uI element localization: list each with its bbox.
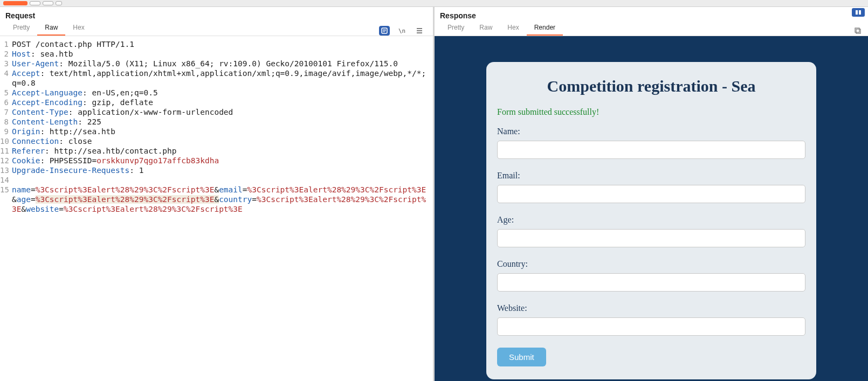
code-token: sea.htb xyxy=(40,50,73,58)
line-code[interactable]: Accept-Language: en-US,en;q=0.5 xyxy=(12,88,163,98)
line-code[interactable]: Content-Type: application/x-www-form-url… xyxy=(12,107,238,117)
code-token: Cookie xyxy=(12,156,40,165)
line-number: 7 xyxy=(0,107,12,117)
form-success-message: Form submitted successfully! xyxy=(497,107,805,117)
editor-line: 12Cookie: PHPSESSID=orskkunvp7qgo17affcb… xyxy=(0,156,433,165)
input-email[interactable] xyxy=(497,185,805,203)
code-token: : xyxy=(45,147,54,155)
line-number: 6 xyxy=(0,98,12,107)
split-container: Request Pretty Raw Hex \n 1POST /contact… xyxy=(0,7,868,381)
line-number: 5 xyxy=(0,88,12,98)
editor-line: 15name=%3Cscript%3Ealert%28%29%3C%2Fscri… xyxy=(0,185,433,214)
line-number: 12 xyxy=(0,156,12,165)
code-token: close xyxy=(68,137,92,146)
line-number: 4 xyxy=(0,68,12,88)
input-age[interactable] xyxy=(497,229,805,247)
line-code[interactable]: Upgrade-Insecure-Requests: 1 xyxy=(12,165,149,175)
code-token: Connection xyxy=(12,137,59,146)
editor-line: 13Upgrade-Insecure-Requests: 1 xyxy=(0,165,433,175)
code-token: %3Cscript%3Ealert%28%29%3C%2Fscript%3E xyxy=(36,185,215,194)
editor-line: 9Origin: http://sea.htb xyxy=(0,127,433,136)
toolbar-primary-button[interactable] xyxy=(3,1,27,5)
form-group-country: Country: xyxy=(497,259,805,292)
line-code[interactable]: Referer: http://sea.htb/contact.php xyxy=(12,146,182,156)
toolbar-button[interactable] xyxy=(56,1,62,5)
toolbar-button[interactable] xyxy=(30,1,40,5)
line-code[interactable]: User-Agent: Mozilla/5.0 (X11; Linux x86_… xyxy=(12,59,403,68)
request-editor[interactable]: 1POST /contact.php HTTP/1.12Host: sea.ht… xyxy=(0,36,433,381)
label-website: Website: xyxy=(497,303,805,313)
editor-line: 1POST /contact.php HTTP/1.1 xyxy=(0,39,433,49)
line-number: 11 xyxy=(0,146,12,156)
code-token: : xyxy=(40,156,49,165)
code-token: & xyxy=(214,185,219,194)
line-code[interactable]: Origin: http://sea.htb xyxy=(12,127,121,136)
submit-button[interactable]: Submit xyxy=(497,348,546,366)
code-token: & xyxy=(12,195,17,204)
tab-raw[interactable]: Raw xyxy=(37,22,65,36)
code-token: : xyxy=(129,166,139,175)
editor-line: 10Connection: close xyxy=(0,136,433,146)
label-country: Country: xyxy=(497,259,805,269)
tab-pretty-resp[interactable]: Pretty xyxy=(440,22,472,36)
code-token: : xyxy=(40,69,49,78)
code-token: : xyxy=(59,59,68,68)
newline-icon[interactable]: \n xyxy=(397,26,407,36)
code-token: orskkunvp7qgo17affcb83kdha xyxy=(97,156,219,165)
code-token: = xyxy=(252,195,257,204)
code-token: %3Cscript%3Ealert%28%29%3C%2Fscript%3E xyxy=(64,205,243,213)
code-token: : xyxy=(82,88,92,97)
response-render: Competition registration - Sea Form subm… xyxy=(435,36,868,381)
code-token: PHPSESSID= xyxy=(50,156,97,165)
line-code[interactable]: Accept-Encoding: gzip, deflate xyxy=(12,98,159,107)
form-group-age: Age: xyxy=(497,215,805,247)
code-token: Accept xyxy=(12,69,40,78)
editor-line: 8Content-Length: 225 xyxy=(0,117,433,127)
menu-icon[interactable] xyxy=(415,26,424,36)
response-title: Response xyxy=(435,7,868,23)
response-tabs: Pretty Raw Hex Render xyxy=(435,23,868,36)
code-token: Mozilla/5.0 (X11; Linux x86_64; rv:109.0… xyxy=(68,59,398,68)
form-group-website: Website: xyxy=(497,303,805,336)
label-age: Age: xyxy=(497,215,805,225)
editor-line: 3User-Agent: Mozilla/5.0 (X11; Linux x86… xyxy=(0,59,433,68)
line-code[interactable]: POST /contact.php HTTP/1.1 xyxy=(12,39,140,49)
code-token: age xyxy=(17,195,31,204)
code-token: & xyxy=(21,205,26,213)
tab-pretty[interactable]: Pretty xyxy=(5,22,37,36)
line-code[interactable]: Content-Length: 225 xyxy=(12,117,107,127)
tab-hex[interactable]: Hex xyxy=(65,22,92,36)
copy-icon[interactable] xyxy=(853,26,863,36)
code-token: application/x-www-form-urlencoded xyxy=(78,108,233,116)
line-number: 13 xyxy=(0,165,12,175)
code-token: Referer xyxy=(12,147,45,155)
line-code[interactable]: Host: sea.htb xyxy=(12,49,79,59)
line-number: 9 xyxy=(0,127,12,136)
inspector-icon[interactable] xyxy=(379,26,390,36)
tab-render-resp[interactable]: Render xyxy=(527,22,563,36)
input-country[interactable] xyxy=(497,273,805,292)
svg-rect-8 xyxy=(855,28,859,32)
form-group-email: Email: xyxy=(497,171,805,203)
editor-line: 2Host: sea.htb xyxy=(0,49,433,59)
line-code[interactable]: Cookie: PHPSESSID=orskkunvp7qgo17affcb83… xyxy=(12,156,224,165)
code-token: %3Cscript%3Ealert%28%29%3C%2Fscript%3E xyxy=(247,185,426,194)
code-token: Accept-Language xyxy=(12,88,82,97)
line-code[interactable]: Accept: text/html,application/xhtml+xml,… xyxy=(12,68,433,88)
line-code[interactable] xyxy=(12,175,17,185)
code-token: = xyxy=(31,185,36,194)
input-website[interactable] xyxy=(497,317,805,336)
line-code[interactable]: name=%3Cscript%3Ealert%28%29%3C%2Fscript… xyxy=(12,185,433,214)
code-token: POST /contact.php HTTP/1.1 xyxy=(12,40,134,49)
code-token: = xyxy=(59,205,64,213)
editor-line: 6Accept-Encoding: gzip, deflate xyxy=(0,98,433,107)
code-token: : xyxy=(31,50,40,58)
toolbar-button[interactable] xyxy=(43,1,53,5)
tab-raw-resp[interactable]: Raw xyxy=(472,22,500,36)
input-name[interactable] xyxy=(497,141,805,159)
code-token: Content-Length xyxy=(12,117,78,126)
layout-toggle-icon[interactable] xyxy=(852,8,865,17)
tab-hex-resp[interactable]: Hex xyxy=(500,22,526,36)
code-token: : xyxy=(40,127,49,136)
line-code[interactable]: Connection: close xyxy=(12,136,97,146)
